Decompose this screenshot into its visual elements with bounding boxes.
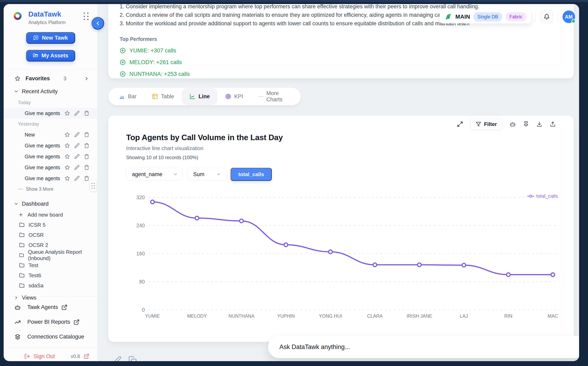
recent-activity-item[interactable]: Give me agents ... xyxy=(4,151,97,162)
board-item[interactable]: Test6 xyxy=(4,270,97,281)
trash-icon[interactable] xyxy=(84,132,89,137)
external-link-icon[interactable] xyxy=(84,353,89,359)
top-performer-item[interactable]: MELODY: +261 calls xyxy=(120,59,562,66)
star-icon[interactable] xyxy=(64,165,70,170)
star-icon[interactable] xyxy=(64,176,70,181)
pencil-icon[interactable] xyxy=(74,176,79,181)
sidebar: DataTawk Analytics Platform New Tawk My … xyxy=(4,4,98,361)
trash-icon[interactable] xyxy=(84,165,89,170)
tab-bar[interactable]: Bar xyxy=(111,88,144,105)
environment-card[interactable]: MAIN Single DBFabric xyxy=(440,10,531,23)
recent-activity-header[interactable]: Recent Activity xyxy=(4,85,97,97)
new-tawk-button[interactable]: New Tawk xyxy=(26,32,75,44)
chevron-left-icon xyxy=(95,20,101,26)
sidebar-link-label: Tawk Agents xyxy=(27,304,58,310)
ask-input[interactable] xyxy=(279,343,579,351)
tab-kpi[interactable]: KPI xyxy=(217,88,251,105)
pencil-icon[interactable] xyxy=(113,356,121,361)
add-new-board-button[interactable]: Add new board xyxy=(4,210,97,220)
robot-icon[interactable] xyxy=(510,121,516,127)
pencil-icon[interactable] xyxy=(74,154,79,159)
chevron-right-icon[interactable] xyxy=(84,76,89,81)
tab-line[interactable]: Line xyxy=(182,88,218,105)
pencil-icon[interactable] xyxy=(74,132,79,137)
board-item[interactable]: OCSR xyxy=(4,230,97,240)
show-more-button[interactable]: Show 3 More xyxy=(4,184,97,194)
my-assets-button[interactable]: My Assets xyxy=(26,50,75,61)
chart-subtitle: Interactive line chart visualization xyxy=(126,145,556,152)
grip-icon[interactable] xyxy=(84,13,89,20)
board-item[interactable]: ICSR 5 xyxy=(4,220,97,230)
top-performer-text: YUMIE: +307 calls xyxy=(129,47,176,54)
recent-activity-item[interactable]: Give me agents ... xyxy=(4,162,97,173)
sidebar-divider xyxy=(4,347,97,348)
avatar[interactable]: AM xyxy=(563,10,575,23)
trash-icon[interactable] xyxy=(84,111,89,116)
folder-icon xyxy=(19,222,24,228)
filter-label: Filter xyxy=(484,121,497,127)
dashboard-header[interactable]: Dashboard xyxy=(4,198,97,210)
notifications-button[interactable] xyxy=(540,10,553,23)
dimension-select[interactable]: agent_name xyxy=(126,168,183,181)
svg-text:160: 160 xyxy=(136,251,145,256)
pencil-icon[interactable] xyxy=(74,111,79,116)
table-icon xyxy=(152,93,158,99)
board-label: Test6 xyxy=(29,272,41,279)
svg-text:320: 320 xyxy=(136,195,145,200)
top-performer-item[interactable]: YUMIE: +307 calls xyxy=(120,47,562,54)
top-performer-item[interactable]: NUNTHANA: +253 calls xyxy=(120,71,562,77)
expand-icon[interactable] xyxy=(457,121,463,127)
recent-activity-item[interactable]: Give me agents ... xyxy=(4,140,97,151)
sidebar-item-favorites[interactable]: Favorites 3 xyxy=(4,71,97,85)
trending-icon xyxy=(15,319,21,325)
board-item[interactable]: Queue Analysis Report (Inbound) xyxy=(4,250,97,260)
tab-table[interactable]: Table xyxy=(144,88,182,105)
share-icon[interactable] xyxy=(550,121,556,127)
star-icon[interactable] xyxy=(64,143,70,148)
aggregation-select[interactable]: Sum xyxy=(187,168,226,181)
sign-out-button[interactable]: Sign Out xyxy=(34,353,55,359)
top-performer-text: MELODY: +261 calls xyxy=(129,59,182,66)
sidebar-link[interactable]: Connections Catalogue xyxy=(4,329,97,344)
recent-item-title: Give me agents ... xyxy=(25,143,60,149)
sidebar-link[interactable]: Tawk Agents xyxy=(4,300,97,315)
aggregation-value: Sum xyxy=(193,171,205,177)
line-chart-icon xyxy=(190,93,196,99)
board-label: OCSR 2 xyxy=(29,242,48,248)
chat-bar xyxy=(268,336,579,358)
star-icon[interactable] xyxy=(64,132,70,137)
tab-more-charts[interactable]: More Charts xyxy=(251,88,298,105)
sidebar-resize-handle[interactable] xyxy=(90,180,96,191)
trash-icon[interactable] xyxy=(84,143,89,148)
version-label: v0.8 xyxy=(71,353,80,359)
measure-button[interactable]: total_calls xyxy=(231,168,272,181)
star-icon[interactable] xyxy=(64,154,70,159)
board-label: OCSR xyxy=(29,232,44,238)
download-icon[interactable] xyxy=(536,121,542,127)
board-item[interactable]: sdaSa xyxy=(4,281,97,290)
pencil-icon[interactable] xyxy=(74,165,79,170)
dimension-value: agent_name xyxy=(132,171,162,177)
app-window: DataTawk Analytics Platform New Tawk My … xyxy=(4,4,579,361)
sidebar-link-label: Connections Catalogue xyxy=(27,334,84,340)
trash-icon[interactable] xyxy=(84,154,89,159)
recent-activity-item[interactable]: Give me agents ... xyxy=(4,108,97,119)
board-item[interactable]: Test xyxy=(4,260,97,270)
environment-badges: Single DBFabric xyxy=(470,12,526,22)
recent-activity-item[interactable]: New xyxy=(4,129,97,140)
trash-icon[interactable] xyxy=(84,176,89,181)
recent-activity-item[interactable]: Give me agents ... xyxy=(4,173,97,184)
board-item[interactable]: OCSR 2 xyxy=(4,240,97,250)
ellipsis-icon xyxy=(18,187,23,191)
pin-icon[interactable] xyxy=(523,121,529,127)
funnel-icon xyxy=(476,122,481,127)
filter-button[interactable]: Filter xyxy=(470,119,502,130)
copy-icon[interactable] xyxy=(128,356,137,361)
sidebar-collapse-button[interactable] xyxy=(92,17,104,30)
board-label: ICSR 5 xyxy=(29,222,46,228)
line-chart[interactable]: 080160240320YUMIEMELODYNUNTHANAYUPHINYON… xyxy=(120,191,570,324)
pencil-icon[interactable] xyxy=(74,143,79,148)
star-icon[interactable] xyxy=(64,111,70,116)
scrollbar[interactable] xyxy=(576,133,576,342)
sidebar-link[interactable]: Power BI Reports xyxy=(4,315,97,329)
